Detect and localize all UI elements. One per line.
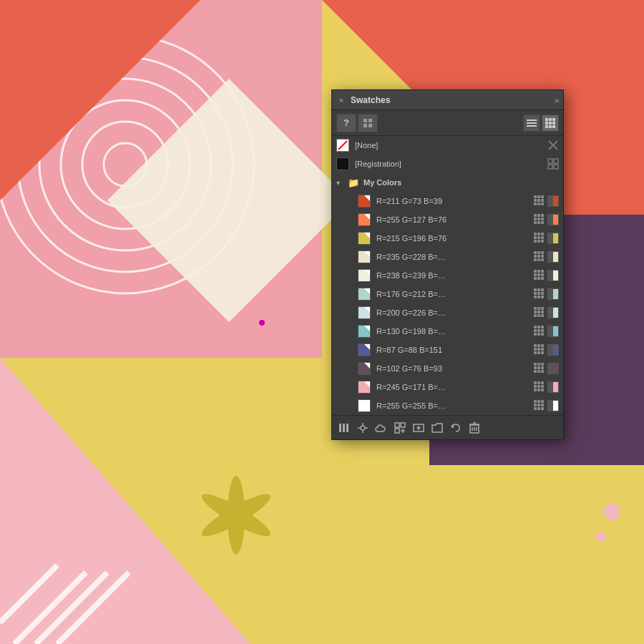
swatch-action-icons-6	[534, 307, 559, 318]
toolbar-delete-button[interactable]	[467, 420, 482, 436]
swatch-grid-icon-0	[534, 195, 545, 207]
swatch-item-3[interactable]: R=235 G=228 B=…	[332, 248, 563, 266]
swatch-item-5[interactable]: R=176 G=212 B=…	[332, 285, 563, 303]
swatch-color-9	[358, 362, 371, 375]
folder-my-colors[interactable]: ▾ 📁 My Colors	[332, 173, 563, 192]
panel-view-buttons	[523, 114, 559, 132]
swatch-label-7: R=130 G=198 B=…	[376, 327, 531, 336]
none-swatch-color	[336, 139, 349, 152]
swatch-item-registration[interactable]: [Registration]	[332, 155, 563, 173]
swatch-options-icon	[363, 118, 373, 128]
swatch-color-mode-icon-3	[547, 251, 559, 263]
svg-rect-28	[369, 124, 372, 127]
swatch-action-icons-2	[534, 233, 559, 244]
swatch-action-icons-4	[534, 270, 559, 281]
toolbar-folder-button[interactable]	[429, 420, 445, 436]
panel-titlebar: × Swatches »	[332, 90, 563, 110]
swatch-color-10	[358, 381, 371, 394]
swatch-item-1[interactable]: R=255 G=127 B=76	[332, 210, 563, 229]
grid-view-button[interactable]	[542, 114, 559, 132]
swatch-color-mode-icon-5	[547, 288, 559, 300]
swatch-item-7[interactable]: R=130 G=198 B=…	[332, 322, 563, 341]
folder-add-icon	[431, 423, 443, 433]
swatch-color-mode-icon-7	[547, 326, 559, 337]
swatch-label-3: R=235 G=228 B=…	[376, 253, 531, 261]
registration-icon	[547, 158, 559, 170]
swatch-item-11[interactable]: R=255 G=255 B=…	[332, 396, 563, 415]
svg-rect-33	[554, 159, 558, 163]
settings-icon	[357, 422, 369, 434]
swatch-color-mode-icon-10	[547, 381, 559, 393]
panel-collapse-button[interactable]: »	[555, 96, 559, 104]
swatch-item-2[interactable]: R=215 G=196 B=76	[332, 229, 563, 248]
swatch-color-5	[358, 288, 371, 301]
toolbar-undo-button[interactable]	[448, 420, 464, 436]
swatch-action-icons-3	[534, 251, 559, 263]
svg-rect-44	[395, 423, 399, 427]
swatch-item-9[interactable]: R=102 G=76 B=93	[332, 359, 563, 378]
toolbar-new-swatch-button[interactable]	[411, 420, 426, 436]
none-swatch-icons	[547, 140, 559, 151]
swatch-color-6	[358, 306, 371, 319]
svg-rect-37	[343, 424, 345, 432]
svg-rect-46	[395, 429, 399, 433]
swatch-item-6[interactable]: R=200 G=226 B=…	[332, 303, 563, 322]
svg-rect-34	[548, 165, 552, 169]
svg-rect-45	[401, 423, 405, 427]
swatch-item-0[interactable]: R=211 G=73 B=39	[332, 192, 563, 210]
swatch-color-mode-icon-2	[547, 233, 559, 244]
undo-icon	[450, 422, 462, 434]
toolbar-cloud-button[interactable]	[374, 420, 389, 436]
new-group-icon	[394, 422, 406, 434]
panel-close-button[interactable]: ×	[336, 95, 346, 105]
swatch-grid-icon-4	[534, 270, 545, 281]
svg-rect-27	[364, 124, 367, 127]
svg-rect-25	[364, 119, 367, 122]
toolbar-settings-button[interactable]	[355, 420, 371, 436]
svg-line-29	[338, 141, 347, 150]
swatch-action-icons-10	[534, 381, 559, 393]
list-view-icon	[527, 119, 537, 127]
swatch-action-icons-8	[534, 344, 559, 356]
registration-swatch-label: [Registration]	[355, 160, 545, 168]
registration-swatch-icons	[547, 158, 559, 170]
swatch-color-11	[358, 399, 371, 412]
swatch-options-button[interactable]	[358, 114, 378, 132]
swatch-color-1	[358, 213, 371, 226]
swatch-color-3	[358, 250, 371, 263]
swatch-item-8[interactable]: R=87 G=88 B=151	[332, 341, 563, 359]
list-view-button[interactable]	[523, 114, 540, 132]
swatch-item-10[interactable]: R=245 G=171 B=…	[332, 378, 563, 396]
swatch-item-none[interactable]: [None]	[332, 136, 563, 155]
swatch-label-10: R=245 G=171 B=…	[376, 383, 531, 391]
swatch-color-2	[358, 232, 371, 245]
svg-rect-32	[548, 159, 552, 163]
swatch-grid-icon-8	[534, 344, 545, 356]
swatch-grid-icon-11	[534, 400, 545, 411]
svg-point-21	[603, 503, 620, 520]
swatch-label-9: R=102 G=76 B=93	[376, 364, 531, 373]
svg-rect-35	[554, 165, 558, 169]
swatch-grid-icon-3	[534, 251, 545, 263]
grid-view-icon	[545, 118, 555, 128]
swatch-grid-icon-10	[534, 381, 545, 393]
swatch-color-mode-icon-6	[547, 307, 559, 318]
registration-swatch-color	[336, 157, 349, 170]
swatch-color-mode-icon-4	[547, 270, 559, 281]
delete-icon	[469, 422, 479, 434]
svg-rect-38	[346, 424, 348, 432]
swatches-panel: × Swatches » ?	[331, 89, 564, 440]
swatch-grid-icon-5	[534, 288, 545, 300]
swatch-color-mode-icon-0	[547, 195, 559, 207]
toolbar-library-button[interactable]	[336, 420, 352, 436]
swatch-action-icons-5	[534, 288, 559, 300]
panel-title: Swatches	[351, 95, 555, 105]
swatch-grid-icon-7	[534, 326, 545, 337]
swatch-item-4[interactable]: R=238 G=239 B=…	[332, 266, 563, 285]
panel-header: ?	[332, 110, 563, 136]
swatch-grid-icon-9	[534, 363, 545, 374]
new-swatch-button[interactable]: ?	[336, 114, 356, 132]
swatch-label-11: R=255 G=255 B=…	[376, 401, 531, 410]
none-swatch-label: [None]	[355, 141, 545, 150]
toolbar-new-group-button[interactable]	[392, 420, 408, 436]
